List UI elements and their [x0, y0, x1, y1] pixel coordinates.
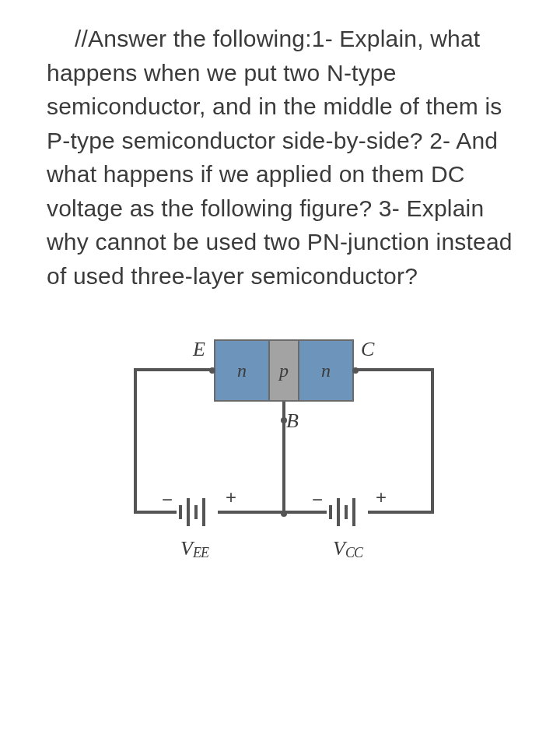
base-label: B — [286, 406, 299, 436]
question-text: //Answer the following:1- Explain, what … — [47, 22, 521, 293]
vee-main: V — [180, 537, 193, 560]
wire-icon — [282, 402, 285, 514]
vcc-main: V — [333, 537, 345, 560]
vee-label: VEE — [180, 534, 208, 564]
collector-region: n — [299, 339, 354, 402]
circuit-figure: n p n E C B — [47, 330, 521, 579]
minus-sign: − — [312, 486, 323, 514]
vcc-label: VCC — [333, 534, 362, 564]
wire-icon — [134, 368, 212, 371]
collector-label: C — [361, 335, 374, 364]
emitter-label: E — [193, 335, 205, 364]
plus-sign: + — [226, 484, 236, 511]
transistor-block: n p n — [214, 339, 354, 402]
vee-battery-icon — [177, 494, 208, 530]
base-region: p — [268, 339, 299, 402]
wire-icon — [356, 368, 434, 371]
plus-sign: + — [376, 484, 387, 511]
wire-icon — [134, 368, 137, 512]
minus-sign: − — [162, 486, 173, 514]
emitter-region: n — [214, 339, 268, 402]
wire-icon — [431, 368, 434, 512]
vcc-sub: CC — [345, 545, 362, 560]
vee-sub: EE — [193, 545, 208, 560]
vcc-battery-icon — [327, 494, 358, 530]
